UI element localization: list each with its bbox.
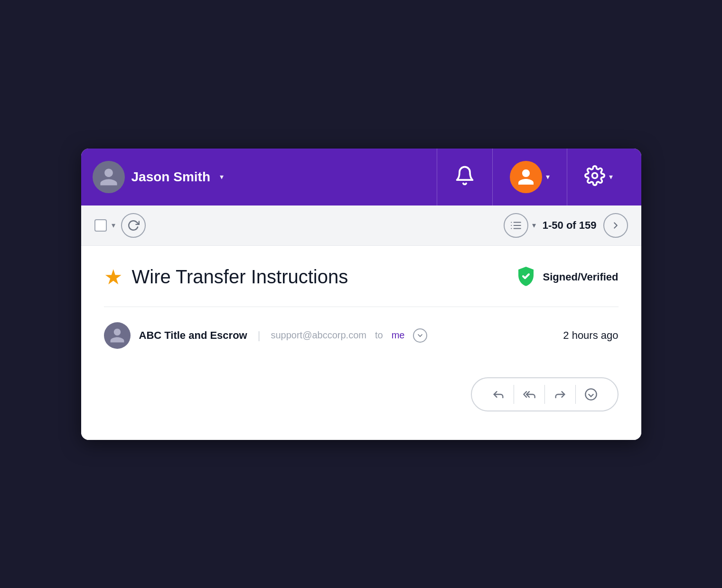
time-ago-label: 2 hours ago xyxy=(563,329,618,342)
list-view-button[interactable]: ▾ xyxy=(504,213,536,238)
reply-all-icon xyxy=(523,388,536,401)
svg-point-7 xyxy=(585,389,596,400)
to-recipient: me xyxy=(392,330,405,341)
subject-divider xyxy=(104,307,619,307)
notification-button[interactable] xyxy=(437,149,493,205)
svg-point-0 xyxy=(592,173,597,178)
email-subject-left: ★ Wire Transfer Instructions xyxy=(104,266,348,288)
profile-avatar xyxy=(510,161,542,193)
sender-avatar-icon xyxy=(109,327,126,344)
email-subject-row: ★ Wire Transfer Instructions Signed/Veri… xyxy=(104,265,619,289)
pagination-label: 1-50 of 159 xyxy=(543,219,597,232)
next-page-button[interactable] xyxy=(603,213,628,238)
sender-name: ABC Title and Escrow xyxy=(139,329,247,342)
forward-icon xyxy=(553,388,567,401)
action-bar xyxy=(471,377,619,411)
email-meta-row: ABC Title and Escrow | support@abccorp.c… xyxy=(104,322,619,349)
reply-all-button[interactable] xyxy=(514,385,545,404)
bell-icon xyxy=(454,165,475,189)
email-subject: Wire Transfer Instructions xyxy=(132,266,348,288)
verified-shield-icon xyxy=(515,265,537,288)
signed-badge: Signed/Verified xyxy=(515,265,619,289)
email-content: ★ Wire Transfer Instructions Signed/Veri… xyxy=(81,246,641,440)
sender-email: support@abccorp.com xyxy=(271,330,366,341)
settings-button[interactable]: ▾ xyxy=(567,149,630,205)
to-label: to xyxy=(375,330,383,341)
checkbox-box xyxy=(94,219,107,232)
more-actions-icon xyxy=(584,388,598,401)
sender-avatar xyxy=(104,322,131,349)
refresh-button[interactable] xyxy=(121,213,146,238)
signed-label: Signed/Verified xyxy=(543,271,619,283)
toolbar: ▾ xyxy=(81,205,641,246)
avatar-silhouette-icon xyxy=(98,167,119,187)
reply-button[interactable] xyxy=(483,385,514,404)
list-icon xyxy=(510,219,522,232)
meta-divider: | xyxy=(258,329,261,342)
forward-button[interactable] xyxy=(545,385,576,404)
refresh-icon xyxy=(127,219,140,232)
profile-dropdown-chevron: ▾ xyxy=(546,172,550,181)
profile-avatar-icon xyxy=(516,168,535,187)
action-row xyxy=(104,377,619,411)
more-actions-button[interactable] xyxy=(576,385,606,404)
gear-icon xyxy=(584,165,605,189)
select-all-checkbox[interactable]: ▾ xyxy=(94,219,115,232)
header: Jason Smith ▾ ▾ xyxy=(81,149,641,205)
list-view-icon xyxy=(504,213,528,238)
user-dropdown-chevron[interactable]: ▾ xyxy=(220,172,224,181)
reply-icon xyxy=(492,388,505,401)
list-view-chevron[interactable]: ▾ xyxy=(532,221,536,230)
shield-check-icon xyxy=(515,265,537,289)
select-dropdown-chevron[interactable]: ▾ xyxy=(112,221,115,230)
profile-button[interactable]: ▾ xyxy=(493,149,567,205)
app-window: Jason Smith ▾ ▾ xyxy=(81,149,641,440)
expand-icon xyxy=(416,332,424,339)
header-user-section: Jason Smith ▾ xyxy=(93,149,437,205)
user-avatar xyxy=(93,161,125,193)
settings-dropdown-chevron: ▾ xyxy=(609,172,613,181)
expand-email-details-button[interactable] xyxy=(413,328,427,343)
header-actions: ▾ ▾ xyxy=(437,149,630,205)
toolbar-left: ▾ xyxy=(94,213,496,238)
star-icon[interactable]: ★ xyxy=(104,267,122,288)
toolbar-right: ▾ 1-50 of 159 xyxy=(504,213,628,238)
user-name-label: Jason Smith xyxy=(131,169,210,185)
next-icon xyxy=(610,220,621,231)
